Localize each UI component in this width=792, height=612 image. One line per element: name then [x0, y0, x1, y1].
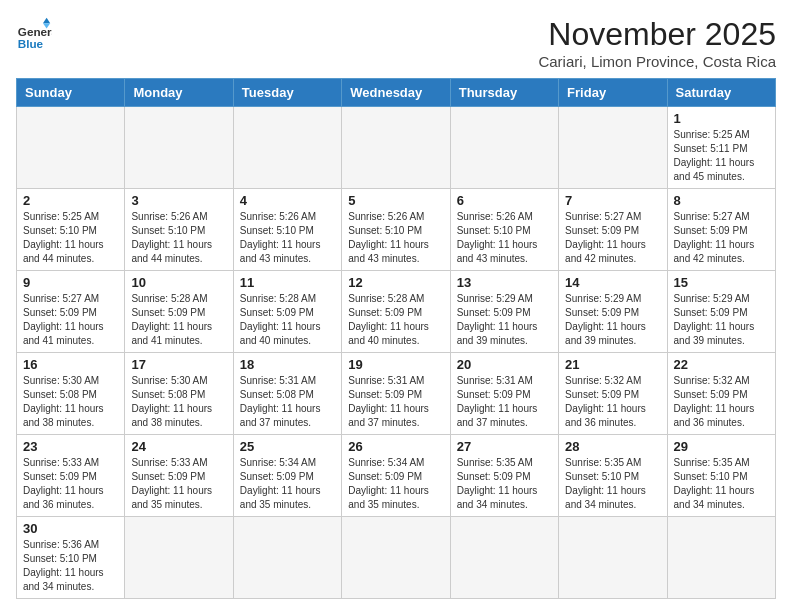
- day-number: 10: [131, 275, 226, 290]
- calendar-cell: 12Sunrise: 5:28 AM Sunset: 5:09 PM Dayli…: [342, 271, 450, 353]
- calendar-cell: 17Sunrise: 5:30 AM Sunset: 5:08 PM Dayli…: [125, 353, 233, 435]
- weekday-header-sunday: Sunday: [17, 79, 125, 107]
- day-number: 21: [565, 357, 660, 372]
- day-info: Sunrise: 5:27 AM Sunset: 5:09 PM Dayligh…: [674, 210, 769, 266]
- calendar-cell: 20Sunrise: 5:31 AM Sunset: 5:09 PM Dayli…: [450, 353, 558, 435]
- calendar-week-row: 1Sunrise: 5:25 AM Sunset: 5:11 PM Daylig…: [17, 107, 776, 189]
- day-number: 16: [23, 357, 118, 372]
- calendar-cell: [17, 107, 125, 189]
- calendar-cell: 16Sunrise: 5:30 AM Sunset: 5:08 PM Dayli…: [17, 353, 125, 435]
- day-info: Sunrise: 5:30 AM Sunset: 5:08 PM Dayligh…: [23, 374, 118, 430]
- calendar-cell: [559, 107, 667, 189]
- calendar-cell: 4Sunrise: 5:26 AM Sunset: 5:10 PM Daylig…: [233, 189, 341, 271]
- calendar-week-row: 16Sunrise: 5:30 AM Sunset: 5:08 PM Dayli…: [17, 353, 776, 435]
- day-info: Sunrise: 5:27 AM Sunset: 5:09 PM Dayligh…: [23, 292, 118, 348]
- day-number: 3: [131, 193, 226, 208]
- day-info: Sunrise: 5:31 AM Sunset: 5:08 PM Dayligh…: [240, 374, 335, 430]
- day-number: 9: [23, 275, 118, 290]
- calendar-cell: [233, 517, 341, 599]
- calendar-cell: [342, 107, 450, 189]
- svg-text:Blue: Blue: [18, 37, 44, 50]
- day-info: Sunrise: 5:30 AM Sunset: 5:08 PM Dayligh…: [131, 374, 226, 430]
- day-info: Sunrise: 5:35 AM Sunset: 5:10 PM Dayligh…: [674, 456, 769, 512]
- calendar-cell: 2Sunrise: 5:25 AM Sunset: 5:10 PM Daylig…: [17, 189, 125, 271]
- svg-marker-2: [43, 18, 50, 23]
- weekday-header-friday: Friday: [559, 79, 667, 107]
- day-info: Sunrise: 5:29 AM Sunset: 5:09 PM Dayligh…: [565, 292, 660, 348]
- day-number: 25: [240, 439, 335, 454]
- calendar-cell: 18Sunrise: 5:31 AM Sunset: 5:08 PM Dayli…: [233, 353, 341, 435]
- day-number: 6: [457, 193, 552, 208]
- weekday-header-row: SundayMondayTuesdayWednesdayThursdayFrid…: [17, 79, 776, 107]
- day-info: Sunrise: 5:27 AM Sunset: 5:09 PM Dayligh…: [565, 210, 660, 266]
- calendar-cell: 14Sunrise: 5:29 AM Sunset: 5:09 PM Dayli…: [559, 271, 667, 353]
- weekday-header-saturday: Saturday: [667, 79, 775, 107]
- day-info: Sunrise: 5:36 AM Sunset: 5:10 PM Dayligh…: [23, 538, 118, 594]
- weekday-header-wednesday: Wednesday: [342, 79, 450, 107]
- day-info: Sunrise: 5:28 AM Sunset: 5:09 PM Dayligh…: [131, 292, 226, 348]
- day-number: 15: [674, 275, 769, 290]
- calendar-cell: 19Sunrise: 5:31 AM Sunset: 5:09 PM Dayli…: [342, 353, 450, 435]
- calendar-cell: 15Sunrise: 5:29 AM Sunset: 5:09 PM Dayli…: [667, 271, 775, 353]
- month-title: November 2025: [538, 16, 776, 53]
- calendar-cell: [125, 107, 233, 189]
- calendar-cell: 27Sunrise: 5:35 AM Sunset: 5:09 PM Dayli…: [450, 435, 558, 517]
- weekday-header-monday: Monday: [125, 79, 233, 107]
- day-number: 5: [348, 193, 443, 208]
- weekday-header-tuesday: Tuesday: [233, 79, 341, 107]
- calendar-table: SundayMondayTuesdayWednesdayThursdayFrid…: [16, 78, 776, 599]
- calendar-cell: 25Sunrise: 5:34 AM Sunset: 5:09 PM Dayli…: [233, 435, 341, 517]
- calendar-cell: 22Sunrise: 5:32 AM Sunset: 5:09 PM Dayli…: [667, 353, 775, 435]
- day-number: 26: [348, 439, 443, 454]
- calendar-cell: [342, 517, 450, 599]
- location-subtitle: Cariari, Limon Province, Costa Rica: [538, 53, 776, 70]
- calendar-cell: [450, 517, 558, 599]
- day-number: 20: [457, 357, 552, 372]
- day-number: 17: [131, 357, 226, 372]
- calendar-cell: 8Sunrise: 5:27 AM Sunset: 5:09 PM Daylig…: [667, 189, 775, 271]
- day-number: 11: [240, 275, 335, 290]
- calendar-cell: 29Sunrise: 5:35 AM Sunset: 5:10 PM Dayli…: [667, 435, 775, 517]
- day-number: 27: [457, 439, 552, 454]
- day-info: Sunrise: 5:31 AM Sunset: 5:09 PM Dayligh…: [348, 374, 443, 430]
- calendar-week-row: 9Sunrise: 5:27 AM Sunset: 5:09 PM Daylig…: [17, 271, 776, 353]
- day-number: 23: [23, 439, 118, 454]
- calendar-cell: [559, 517, 667, 599]
- day-info: Sunrise: 5:32 AM Sunset: 5:09 PM Dayligh…: [674, 374, 769, 430]
- day-info: Sunrise: 5:29 AM Sunset: 5:09 PM Dayligh…: [457, 292, 552, 348]
- title-block: November 2025 Cariari, Limon Province, C…: [538, 16, 776, 70]
- calendar-cell: [450, 107, 558, 189]
- day-number: 19: [348, 357, 443, 372]
- weekday-header-thursday: Thursday: [450, 79, 558, 107]
- day-info: Sunrise: 5:31 AM Sunset: 5:09 PM Dayligh…: [457, 374, 552, 430]
- calendar-cell: 28Sunrise: 5:35 AM Sunset: 5:10 PM Dayli…: [559, 435, 667, 517]
- calendar-cell: 7Sunrise: 5:27 AM Sunset: 5:09 PM Daylig…: [559, 189, 667, 271]
- day-number: 24: [131, 439, 226, 454]
- calendar-cell: 5Sunrise: 5:26 AM Sunset: 5:10 PM Daylig…: [342, 189, 450, 271]
- calendar-cell: 10Sunrise: 5:28 AM Sunset: 5:09 PM Dayli…: [125, 271, 233, 353]
- day-number: 22: [674, 357, 769, 372]
- day-number: 8: [674, 193, 769, 208]
- day-number: 28: [565, 439, 660, 454]
- day-number: 2: [23, 193, 118, 208]
- calendar-cell: [233, 107, 341, 189]
- calendar-cell: 11Sunrise: 5:28 AM Sunset: 5:09 PM Dayli…: [233, 271, 341, 353]
- logo-icon: General Blue: [16, 16, 52, 52]
- day-number: 13: [457, 275, 552, 290]
- day-info: Sunrise: 5:28 AM Sunset: 5:09 PM Dayligh…: [348, 292, 443, 348]
- day-number: 29: [674, 439, 769, 454]
- day-info: Sunrise: 5:26 AM Sunset: 5:10 PM Dayligh…: [131, 210, 226, 266]
- calendar-cell: [667, 517, 775, 599]
- day-info: Sunrise: 5:26 AM Sunset: 5:10 PM Dayligh…: [457, 210, 552, 266]
- day-info: Sunrise: 5:35 AM Sunset: 5:09 PM Dayligh…: [457, 456, 552, 512]
- calendar-cell: 30Sunrise: 5:36 AM Sunset: 5:10 PM Dayli…: [17, 517, 125, 599]
- calendar-cell: 23Sunrise: 5:33 AM Sunset: 5:09 PM Dayli…: [17, 435, 125, 517]
- calendar-week-row: 23Sunrise: 5:33 AM Sunset: 5:09 PM Dayli…: [17, 435, 776, 517]
- calendar-cell: 13Sunrise: 5:29 AM Sunset: 5:09 PM Dayli…: [450, 271, 558, 353]
- calendar-week-row: 2Sunrise: 5:25 AM Sunset: 5:10 PM Daylig…: [17, 189, 776, 271]
- day-number: 12: [348, 275, 443, 290]
- day-info: Sunrise: 5:34 AM Sunset: 5:09 PM Dayligh…: [240, 456, 335, 512]
- day-info: Sunrise: 5:32 AM Sunset: 5:09 PM Dayligh…: [565, 374, 660, 430]
- calendar-cell: 26Sunrise: 5:34 AM Sunset: 5:09 PM Dayli…: [342, 435, 450, 517]
- calendar-cell: 9Sunrise: 5:27 AM Sunset: 5:09 PM Daylig…: [17, 271, 125, 353]
